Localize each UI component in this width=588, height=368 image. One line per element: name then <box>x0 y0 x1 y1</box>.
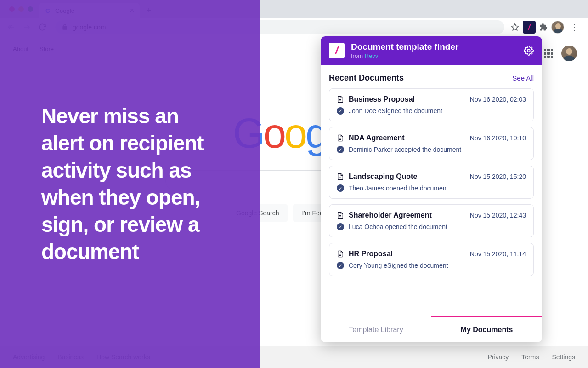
document-name: NDA Agreement <box>349 134 465 142</box>
document-icon <box>337 95 344 104</box>
svg-point-3 <box>527 49 530 52</box>
google-avatar[interactable] <box>561 46 577 61</box>
bookmark-button[interactable] <box>511 23 519 31</box>
popup-header: / Document template finder from Revv <box>321 36 542 65</box>
document-timestamp: Nov 16 2020, 10:10 <box>470 134 526 142</box>
tab-my-documents[interactable]: My Documents <box>431 316 542 342</box>
popup-body: Recent Documents See All Business Propos… <box>321 65 542 316</box>
star-icon <box>511 23 519 31</box>
section-header: Recent Documents See All <box>329 73 534 83</box>
check-icon: ✓ <box>337 223 344 230</box>
promo-headline: Never miss an alert on recipient activit… <box>41 103 219 265</box>
section-title: Recent Documents <box>329 73 404 83</box>
document-card[interactable]: Landscaping QuoteNov 15 2020, 15:20✓Theo… <box>329 166 534 199</box>
tab-template-library[interactable]: Template Library <box>321 316 431 342</box>
puzzle-icon <box>539 23 548 31</box>
document-timestamp: Nov 16 2020, 02:03 <box>470 96 526 103</box>
extensions-button[interactable] <box>539 23 548 31</box>
revv-extension-button[interactable]: / <box>523 21 536 34</box>
terms-link[interactable]: Terms <box>521 353 539 361</box>
google-top-right <box>544 46 577 61</box>
document-name: Landscaping Quote <box>349 172 465 181</box>
document-status: John Doe eSigned the document <box>349 107 442 115</box>
revv-logo-icon: / <box>329 43 345 58</box>
document-card[interactable]: Business ProposalNov 16 2020, 02:03✓John… <box>329 88 534 121</box>
check-icon: ✓ <box>337 184 344 192</box>
document-name: HR Proposal <box>349 250 465 258</box>
extension-popup: / Document template finder from Revv Rec… <box>321 36 542 342</box>
popup-subtitle: from Revv <box>351 52 517 59</box>
document-icon <box>337 211 344 219</box>
popup-title: Document template finder <box>351 42 517 52</box>
gear-icon <box>524 46 534 56</box>
browser-menu-button[interactable]: ⋮ <box>568 22 582 32</box>
document-card[interactable]: Shareholder AgreementNov 15 2020, 12:43✓… <box>329 204 534 237</box>
documents-list: Business ProposalNov 16 2020, 02:03✓John… <box>329 88 534 276</box>
svg-marker-2 <box>512 24 519 30</box>
check-icon: ✓ <box>337 107 344 115</box>
document-status: Theo James opened the document <box>349 184 448 192</box>
document-timestamp: Nov 15 2020, 12:43 <box>470 212 526 219</box>
privacy-link[interactable]: Privacy <box>487 353 509 361</box>
document-card[interactable]: HR ProposalNov 15 2020, 11:14✓Cory Young… <box>329 243 534 276</box>
document-status: Dominic Parker accepted the document <box>349 146 461 153</box>
settings-link[interactable]: Settings <box>552 353 575 361</box>
see-all-link[interactable]: See All <box>512 74 534 82</box>
popup-tabs: Template Library My Documents <box>321 316 542 342</box>
document-card[interactable]: NDA AgreementNov 16 2020, 10:10✓Dominic … <box>329 127 534 160</box>
check-icon: ✓ <box>337 262 344 269</box>
document-icon <box>337 134 344 142</box>
toolbar-right: / ⋮ <box>511 21 583 34</box>
settings-button[interactable] <box>524 46 534 56</box>
document-timestamp: Nov 15 2020, 15:20 <box>470 173 526 180</box>
document-status: Luca Ochoa opened the document <box>349 223 447 230</box>
check-icon: ✓ <box>337 146 344 153</box>
profile-avatar[interactable] <box>551 21 564 34</box>
document-status: Cory Young eSigned the document <box>349 262 448 269</box>
promo-overlay: Never miss an alert on recipient activit… <box>0 0 260 368</box>
apps-grid-icon[interactable] <box>544 49 553 58</box>
document-name: Business Proposal <box>349 95 465 104</box>
document-icon <box>337 250 344 258</box>
document-icon <box>337 172 344 181</box>
document-name: Shareholder Agreement <box>349 211 465 219</box>
document-timestamp: Nov 15 2020, 11:14 <box>470 250 526 258</box>
